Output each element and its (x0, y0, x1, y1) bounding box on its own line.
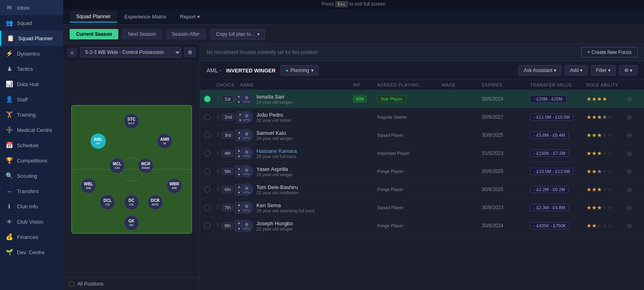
transfer-value: - £2.2M - £6.2M (530, 186, 569, 193)
choice-cell: ⠿ 6th ▲ ▼ (216, 184, 240, 195)
player-circle: DCL CD (100, 195, 115, 210)
pitch-player-mcl[interactable]: MCL CM (109, 158, 125, 173)
season-btn-next-season[interactable]: Next Season (122, 29, 162, 39)
drag-handle[interactable]: ⠿ (216, 96, 220, 102)
all-positions-checkbox[interactable] (69, 282, 74, 287)
sidebar: ✉Inbox👥Squad📋Squad Planner⚡Dynamics♟Tact… (0, 0, 63, 290)
pitch-player-gk[interactable]: GK SK (124, 215, 139, 230)
sidebar-item-medical-centre[interactable]: ➕Medical Centre (0, 122, 63, 138)
row-checkbox[interactable] (204, 222, 211, 229)
star-filled: ★ (586, 96, 592, 102)
avatar-icon (242, 185, 251, 194)
drag-handle[interactable]: ⠿ (216, 114, 220, 120)
table-header-cell: NAME (240, 82, 353, 87)
sidebar-item-club-vision[interactable]: 👁Club Vision (0, 214, 63, 229)
season-btn-season-after[interactable]: Season After (165, 29, 206, 39)
top-tab-squad-planner[interactable]: Squad Planner (70, 11, 117, 23)
formation-select[interactable]: 5-2-3 WB Wide - Control Possession (80, 47, 181, 58)
row-checkbox[interactable] (204, 132, 211, 138)
drag-handle[interactable]: ⠿ (216, 186, 220, 193)
player-avatar (240, 111, 253, 123)
remove-player-button[interactable]: ⊖ (627, 95, 632, 103)
row-select (204, 150, 216, 156)
row-select (204, 132, 216, 138)
table-header-cell: CHOICE (216, 82, 240, 87)
row-checkbox[interactable] (204, 114, 211, 120)
sidebar-item-finances[interactable]: 💰Finances (0, 229, 63, 245)
sidebar-icon: 👥 (6, 19, 13, 27)
create-focus-button[interactable]: + Create New Focus (581, 47, 638, 58)
sidebar-item-dynamics[interactable]: ⚡Dynamics (0, 46, 63, 61)
playing-time-cell: Fringe Player (377, 187, 442, 192)
drag-handle[interactable]: ⠿ (216, 222, 220, 229)
remove-player-button[interactable]: ⊖ (627, 168, 632, 175)
sidebar-icon: 🔍 (6, 172, 13, 179)
table-row: ⠿ 3rd ▲ ▼ Samuel Kalu 24 year-old winger… (200, 126, 644, 144)
sidebar-item-data-hub[interactable]: 📊Data Hub (0, 76, 63, 92)
remove-cell: ⊖ (627, 150, 643, 157)
star-filled: ★ (597, 96, 602, 102)
pitch-player-dcl[interactable]: DCL CD (100, 195, 115, 210)
star-half: ★ (602, 114, 607, 120)
sidebar-item-club-info[interactable]: ℹClub Info (0, 199, 63, 214)
pitch-player-mcr[interactable]: MCR BWM (138, 158, 153, 173)
row-checkbox[interactable] (204, 96, 211, 102)
action-btn-filter[interactable]: Filter ▾ (591, 65, 616, 76)
transfer-value: - £2.3M - £4.8M (530, 204, 569, 211)
remove-player-button[interactable]: ⊖ (627, 222, 632, 230)
top-tab-report[interactable]: Report ▾ (173, 11, 206, 22)
remove-player-button[interactable]: ⊖ (627, 150, 632, 157)
sidebar-item-transfers[interactable]: ↔Transfers (0, 183, 63, 199)
drag-handle[interactable]: ⠿ (216, 132, 220, 138)
drag-handle[interactable]: ⠿ (216, 150, 220, 156)
planning-button[interactable]: ● Planning ▾ (281, 65, 319, 76)
pitch-player-wbl[interactable]: WBL WB (81, 178, 96, 193)
remove-player-button[interactable]: ⊖ (627, 132, 632, 139)
player-name-cell: Ismaïla Sarr 24 year-old winger (240, 93, 353, 105)
sidebar-item-tactics[interactable]: ♟Tactics (0, 61, 63, 76)
copy-plan-button[interactable]: Copy full plan to... ▾ (211, 29, 265, 39)
remove-player-button[interactable]: ⊖ (627, 204, 632, 212)
pitch-player-amr[interactable]: AMR W (157, 134, 172, 149)
sidebar-item-squad[interactable]: 👥Squad (0, 15, 63, 31)
sidebar-item-dev.-centre[interactable]: 🌱Dev. Centre (0, 245, 63, 260)
row-checkbox[interactable] (204, 168, 211, 175)
settings-button[interactable]: ⚙ ▾ (619, 65, 638, 76)
player-info: Tom Dele-Bashiru 22 year-old midfielder (256, 184, 299, 195)
sidebar-item-training[interactable]: 🏋Training (0, 107, 63, 122)
sidebar-label: Scouting (17, 173, 37, 179)
action-btn-add[interactable]: Add ▾ (565, 65, 588, 76)
back-button[interactable]: « (67, 47, 77, 57)
remove-player-button[interactable]: ⊖ (627, 186, 632, 193)
drag-handle[interactable]: ⠿ (216, 168, 220, 175)
row-checkbox[interactable] (204, 204, 211, 211)
sidebar-item-squad-planner[interactable]: 📋Squad Planner (0, 31, 63, 46)
player-desc: 22 year-old winger (256, 226, 293, 231)
row-checkbox[interactable] (204, 186, 211, 193)
sidebar-item-staff[interactable]: 👤Staff (0, 92, 63, 107)
copy-plan-label: Copy full plan to... (216, 31, 255, 37)
remove-cell: ⊖ (627, 113, 643, 121)
drag-handle[interactable]: ⠿ (216, 204, 220, 211)
sidebar-item-competitions[interactable]: 🏆Competitions (0, 153, 63, 168)
row-checkbox[interactable] (204, 150, 211, 156)
pitch-player-dc[interactable]: DC CD (124, 195, 139, 210)
player-name-cell: Samuel Kalu 24 year-old winger (240, 129, 353, 142)
player-desc: 20 year-old striker (256, 118, 292, 123)
pitch-player-wbr[interactable]: WBR WB (167, 178, 182, 193)
player-name[interactable]: Hassane Kamara (256, 148, 297, 154)
table-header-cell (204, 82, 216, 87)
position-actions: Ask Assistant ▾Add ▾Filter ▾⚙ ▾ (518, 65, 638, 76)
formation-view-toggle[interactable]: ⊞ (184, 47, 196, 57)
top-tab-experience-matrix[interactable]: Experience Matrix (118, 11, 173, 22)
season-btn-current-season[interactable]: Current Season (70, 29, 118, 39)
remove-player-button[interactable]: ⊖ (627, 113, 632, 121)
sidebar-item-inbox[interactable]: ✉Inbox (0, 0, 63, 15)
sidebar-item-scouting[interactable]: 🔍Scouting (0, 168, 63, 183)
pitch-player-aml[interactable]: AML IW (91, 134, 106, 149)
sidebar-item-schedule[interactable]: 📅Schedule (0, 138, 63, 153)
action-btn-ask-assistant[interactable]: Ask Assistant ▾ (518, 65, 561, 76)
pitch-player-stc[interactable]: STC DLF (124, 113, 139, 129)
table-header: CHOICENAMEINFAGREED PLAYING...WAGEEXPIRE… (200, 80, 644, 90)
pitch-player-dcr[interactable]: DCR BPD (148, 195, 163, 210)
